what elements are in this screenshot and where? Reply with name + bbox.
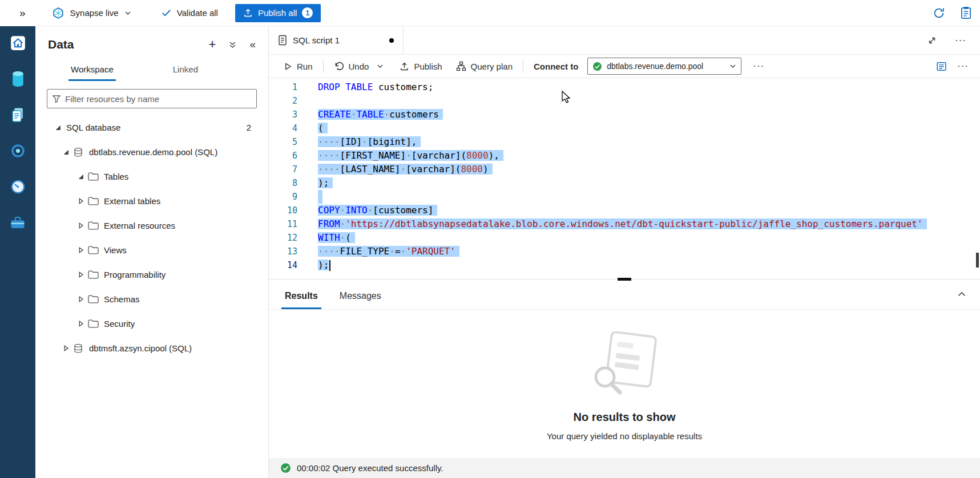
validate-icon <box>161 7 172 18</box>
code-line: 9 <box>269 190 980 204</box>
play-icon <box>284 62 292 71</box>
undo-icon <box>334 62 344 71</box>
tree-item-label: Security <box>104 319 135 329</box>
status-success-icon <box>280 463 291 473</box>
tree-item[interactable]: Tables <box>35 164 268 189</box>
tree-item[interactable]: Security <box>35 311 268 336</box>
code-line: 14); <box>269 258 980 272</box>
tree-item[interactable]: External tables <box>35 189 268 213</box>
validate-all-button[interactable]: Validate all <box>161 7 218 18</box>
collapse-panel-button[interactable]: « <box>249 38 256 51</box>
query-plan-button[interactable]: Query plan <box>453 59 516 74</box>
editor-scrollbar-thumb[interactable] <box>976 253 979 268</box>
mode-switcher[interactable]: Synapse live <box>70 8 131 18</box>
folder-icon <box>86 197 100 205</box>
undo-dropdown-button[interactable] <box>372 63 388 70</box>
publish-button[interactable]: Publish <box>396 59 445 74</box>
tree-item[interactable]: Schemas <box>35 287 268 311</box>
dirty-indicator <box>389 38 394 43</box>
filter-input[interactable] <box>65 94 252 104</box>
publish-all-button[interactable]: Publish all 1 <box>235 4 321 22</box>
tree-item[interactable]: dbtlabs.revenue.demo.pool (SQL) <box>35 140 268 164</box>
editor-tab-sql-script[interactable]: SQL script 1 <box>269 26 404 54</box>
manage-icon <box>10 216 26 230</box>
pool-selector[interactable]: dbtlabs.revenue.demo.pool <box>587 58 741 75</box>
expanded-triangle-icon[interactable] <box>75 173 86 180</box>
undo-button[interactable]: Undo <box>330 59 373 74</box>
toolbar-more-button[interactable]: ··· <box>749 59 768 73</box>
collapsed-triangle-icon[interactable] <box>61 345 71 351</box>
data-panel-title: Data <box>48 38 74 51</box>
line-number: 5 <box>269 135 297 149</box>
home-icon <box>10 35 26 51</box>
tree-item[interactable]: Programmability <box>35 262 268 287</box>
properties-button[interactable] <box>936 61 947 72</box>
synapse-logo-icon <box>52 7 64 19</box>
rail-item-monitor[interactable] <box>6 175 29 198</box>
rail-item-integrate[interactable] <box>6 139 29 162</box>
editor-tab-row: SQL script 1 ··· <box>269 26 980 55</box>
collapsed-triangle-icon[interactable] <box>75 222 86 229</box>
tree-item[interactable]: Views <box>35 238 268 262</box>
line-number: 1 <box>269 80 297 94</box>
results-body: No results to show Your query yielded no… <box>269 310 980 458</box>
task-list-button[interactable] <box>960 6 972 19</box>
publish-all-label: Publish all <box>258 8 297 18</box>
tree-item[interactable]: SQL database2 <box>35 115 268 140</box>
folder-icon <box>86 172 100 181</box>
collapsed-triangle-icon[interactable] <box>75 247 86 253</box>
results-tab-row: Results Messages <box>269 282 980 310</box>
folder-icon <box>86 246 100 254</box>
line-number: 10 <box>269 204 297 217</box>
tree-item-label: dbtlabs.revenue.demo.pool (SQL) <box>89 147 217 157</box>
rail-item-develop[interactable] <box>6 103 29 126</box>
run-button[interactable]: Run <box>280 59 316 74</box>
tree-item[interactable]: dbtmsft.azsyn.cipool (SQL) <box>35 336 268 360</box>
tree-item-label: Tables <box>104 172 128 181</box>
collapsed-triangle-icon[interactable] <box>75 198 86 204</box>
collapse-all-button[interactable] <box>228 40 237 49</box>
rail-item-data[interactable] <box>6 67 29 90</box>
tab-messages[interactable]: Messages <box>336 291 385 309</box>
tree-item-label: Views <box>104 245 127 255</box>
connect-to-label: Connect to <box>534 62 578 71</box>
collapsed-triangle-icon[interactable] <box>75 296 86 302</box>
line-number: 4 <box>269 121 297 135</box>
tree-item-label: SQL database <box>66 123 120 132</box>
collapse-results-button[interactable] <box>957 290 966 298</box>
tree-item-count: 2 <box>247 123 251 132</box>
refresh-button[interactable] <box>933 7 945 19</box>
empty-state-subtitle: Your query yielded no displayable result… <box>547 431 702 441</box>
tab-workspace[interactable]: Workspace <box>68 64 116 81</box>
empty-state-illustration <box>573 331 676 403</box>
add-resource-button[interactable]: + <box>209 38 216 51</box>
code-line: 6····[FIRST_NAME]·[varchar](8000), <box>269 149 980 163</box>
tab-linked[interactable]: Linked <box>171 64 200 81</box>
collapsed-triangle-icon[interactable] <box>75 321 86 327</box>
collapsed-triangle-icon[interactable] <box>75 272 86 278</box>
maximize-button[interactable] <box>927 36 937 45</box>
query-plan-icon <box>456 61 466 71</box>
line-number: 8 <box>269 176 297 190</box>
rail-item-manage[interactable] <box>6 211 29 234</box>
monitor-icon <box>10 179 26 195</box>
code-line: 1DROP TABLE customers; <box>269 80 980 94</box>
panel-expand-icon[interactable]: » <box>19 7 26 19</box>
line-number: 11 <box>269 217 297 231</box>
data-icon <box>11 71 25 87</box>
tab-more-button[interactable]: ··· <box>951 34 970 47</box>
code-line: 12WITH·( <box>269 231 980 245</box>
integrate-icon <box>10 143 26 159</box>
document-icon <box>278 35 287 46</box>
top-bar: » Synapse live Validate all Publish all … <box>0 0 980 26</box>
code-editor[interactable]: 1DROP TABLE customers;23CREATE·TABLE·cus… <box>269 78 980 279</box>
expanded-triangle-icon[interactable] <box>53 124 63 131</box>
toolbar-right-more-button[interactable]: ··· <box>954 59 972 73</box>
rail-item-home[interactable] <box>6 31 29 54</box>
folder-icon <box>86 319 100 328</box>
expanded-triangle-icon[interactable] <box>61 149 71 155</box>
line-number: 9 <box>269 190 297 204</box>
tree-item[interactable]: External resources <box>35 213 268 238</box>
splitter-handle[interactable] <box>618 278 631 281</box>
tab-results[interactable]: Results <box>281 291 321 309</box>
